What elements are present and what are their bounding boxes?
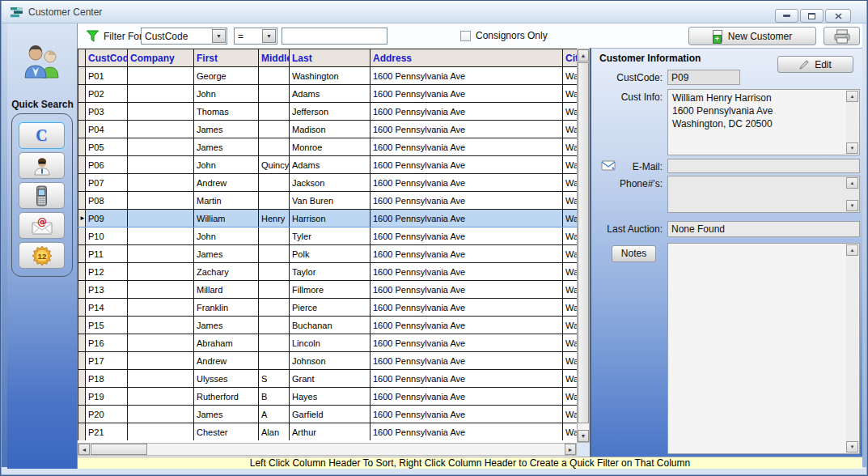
cell-first[interactable]: James: [194, 138, 259, 156]
row-selector[interactable]: [78, 192, 86, 210]
row-selector[interactable]: [78, 121, 86, 138]
cell-company[interactable]: [128, 370, 194, 388]
row-selector[interactable]: [78, 156, 86, 174]
phone-box[interactable]: ▲ ▼: [667, 176, 860, 213]
cell-middle[interactable]: [259, 192, 290, 210]
cell-custcode[interactable]: P03: [86, 103, 128, 121]
cell-custcode[interactable]: P11: [86, 245, 128, 263]
cell-city[interactable]: Washington: [563, 317, 578, 334]
cell-address[interactable]: 1600 Pennsylvania Ave: [370, 156, 563, 174]
scroll-left-button[interactable]: ◄: [78, 444, 90, 455]
cell-middle[interactable]: [259, 352, 290, 370]
cell-city[interactable]: Washington: [563, 281, 578, 299]
cell-first[interactable]: Andrew: [194, 174, 259, 192]
edit-button[interactable]: Edit: [777, 56, 853, 73]
cell-middle[interactable]: [259, 138, 290, 156]
cell-custcode[interactable]: P20: [86, 406, 128, 423]
cell-address[interactable]: 1600 Pennsylvania Ave: [370, 245, 563, 263]
row-selector[interactable]: [78, 370, 86, 388]
table-row[interactable]: P02JohnAdams1600 Pennsylvania AveWashing…: [78, 85, 578, 103]
cell-address[interactable]: 1600 Pennsylvania Ave: [370, 423, 563, 441]
notes-box[interactable]: ▲ ▼: [667, 243, 860, 454]
scroll-right-button[interactable]: ►: [565, 444, 576, 455]
print-button[interactable]: [824, 27, 860, 45]
row-selector[interactable]: [78, 138, 86, 156]
cell-first[interactable]: Thomas: [194, 103, 259, 121]
cell-last[interactable]: Jackson: [290, 174, 370, 192]
cell-custcode[interactable]: P18: [86, 370, 128, 388]
cell-company[interactable]: [128, 156, 194, 174]
cell-middle[interactable]: Alan: [259, 423, 290, 441]
quick-search-phone-button[interactable]: [19, 182, 65, 209]
cust-info-box[interactable]: William Henry Harrison 1600 Pennsylvania…: [667, 89, 860, 155]
table-row[interactable]: P20JamesAGarfield1600 Pennsylvania AveWa…: [78, 406, 578, 423]
consignors-only-checkbox[interactable]: [460, 31, 471, 41]
table-row[interactable]: P13MillardFillmore1600 Pennsylvania AveW…: [78, 281, 578, 299]
table-row[interactable]: P21ChesterAlanArthur1600 Pennsylvania Av…: [78, 423, 578, 441]
cell-address[interactable]: 1600 Pennsylvania Ave: [370, 281, 563, 299]
cell-first[interactable]: John: [194, 85, 259, 103]
table-row[interactable]: P06JohnQuincyAdams1600 Pennsylvania AveW…: [78, 156, 578, 174]
phone-scrollbar[interactable]: ▲ ▼: [846, 177, 858, 211]
cell-custcode[interactable]: P10: [86, 227, 128, 245]
cell-first[interactable]: James: [194, 245, 259, 263]
cell-custcode[interactable]: P16: [86, 334, 128, 352]
grid-horizontal-scrollbar[interactable]: ◄ ►: [78, 443, 577, 456]
cell-address[interactable]: 1600 Pennsylvania Ave: [370, 85, 563, 103]
cell-last[interactable]: Grant: [290, 370, 370, 388]
column-header-company[interactable]: Company: [128, 49, 194, 67]
cell-city[interactable]: Washington: [563, 406, 578, 423]
cell-first[interactable]: John: [194, 227, 259, 245]
row-selector[interactable]: [78, 281, 86, 299]
table-row[interactable]: P18UlyssesSGrant1600 Pennsylvania AveWas…: [78, 370, 578, 388]
cell-middle[interactable]: [259, 174, 290, 192]
cell-custcode[interactable]: P08: [86, 192, 128, 210]
table-row[interactable]: P16AbrahamLincoln1600 Pennsylvania AveWa…: [78, 334, 578, 352]
cell-city[interactable]: Washington: [563, 67, 578, 85]
cell-city[interactable]: Washington: [563, 103, 578, 121]
cell-custcode[interactable]: P14: [86, 299, 128, 317]
cell-last[interactable]: Adams: [290, 85, 370, 103]
table-row[interactable]: P11JamesPolk1600 Pennsylvania AveWashing…: [78, 245, 578, 263]
cell-company[interactable]: [128, 138, 194, 156]
last-auction-field[interactable]: None Found: [667, 221, 860, 237]
row-selector[interactable]: [78, 406, 86, 423]
cell-company[interactable]: [128, 174, 194, 192]
table-row[interactable]: P04JamesMadison1600 Pennsylvania AveWash…: [78, 121, 578, 138]
cell-custcode[interactable]: P12: [86, 263, 128, 281]
cell-address[interactable]: 1600 Pennsylvania Ave: [370, 263, 563, 281]
custcode-field[interactable]: P09: [667, 70, 740, 85]
vertical-scroll-thumb[interactable]: [578, 62, 589, 423]
cell-city[interactable]: Washington: [563, 370, 578, 388]
column-header-custcode[interactable]: CustCode: [86, 49, 128, 67]
table-row[interactable]: P05JamesMonroe1600 Pennsylvania AveWashi…: [78, 138, 578, 156]
email-field[interactable]: [667, 159, 860, 173]
cell-custcode[interactable]: P15: [86, 317, 128, 334]
row-selector[interactable]: [78, 388, 86, 406]
table-row[interactable]: P01GeorgeWashington1600 Pennsylvania Ave…: [78, 67, 578, 85]
cell-custcode[interactable]: P13: [86, 281, 128, 299]
cell-first[interactable]: Zachary: [194, 263, 259, 281]
row-selector[interactable]: [78, 334, 86, 352]
cell-middle[interactable]: [259, 245, 290, 263]
cell-middle[interactable]: [259, 281, 290, 299]
scroll-up-button[interactable]: ▲: [846, 91, 858, 102]
notes-scrollbar[interactable]: ▲ ▼: [846, 244, 858, 453]
table-row[interactable]: P08MartinVan Buren1600 Pennsylvania AveW…: [78, 192, 578, 210]
cell-last[interactable]: Washington: [290, 67, 370, 85]
cell-address[interactable]: 1600 Pennsylvania Ave: [370, 370, 563, 388]
cell-company[interactable]: [128, 299, 194, 317]
cell-city[interactable]: Washington: [563, 423, 578, 441]
row-selector[interactable]: ►: [78, 210, 86, 227]
consignors-only-option[interactable]: Consignors Only: [460, 30, 548, 41]
cell-company[interactable]: [128, 85, 194, 103]
column-header-address[interactable]: Address: [370, 49, 563, 67]
cell-first[interactable]: Chester: [194, 423, 259, 441]
cell-company[interactable]: [128, 406, 194, 423]
cell-city[interactable]: Washington: [563, 210, 578, 227]
cell-custcode[interactable]: P09: [86, 210, 128, 227]
cell-custcode[interactable]: P05: [86, 138, 128, 156]
column-header-middle[interactable]: Middle: [259, 49, 290, 67]
cell-middle[interactable]: S: [259, 370, 290, 388]
filter-operator-select[interactable]: = ▼: [234, 28, 277, 45]
